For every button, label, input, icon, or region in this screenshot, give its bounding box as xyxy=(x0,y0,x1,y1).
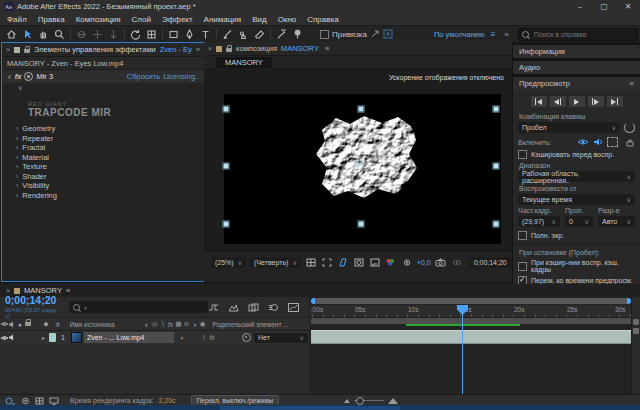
transparency-grid-icon[interactable] xyxy=(337,257,349,268)
rectangle-tool-icon[interactable] xyxy=(166,28,181,41)
effect-header-row[interactable]: ∨ fx Mir 3 Сбросить Licensing.. xyxy=(2,70,204,83)
orbit-camera-tool-icon[interactable] xyxy=(74,28,89,41)
render-speed-snail-icon[interactable] xyxy=(5,397,16,405)
include-export-icon[interactable] xyxy=(625,138,635,147)
type-tool-icon[interactable] xyxy=(198,28,213,41)
parent-select[interactable]: Нет xyxy=(254,333,308,343)
render-settings-icon[interactable] xyxy=(21,397,30,405)
tab-close-icon[interactable]: × xyxy=(208,45,212,52)
menu-view[interactable]: Вид xyxy=(252,15,266,24)
rotate-tool-icon[interactable] xyxy=(128,28,143,41)
panel-menu-icon[interactable]: ≡ xyxy=(325,44,329,53)
roto-brush-tool-icon[interactable] xyxy=(274,28,289,41)
layer-quality-icon[interactable]: ∖ xyxy=(200,334,208,342)
tab-composition-label[interactable]: композиция xyxy=(236,44,277,53)
guides-icon[interactable] xyxy=(369,257,381,268)
dolly-camera-tool-icon[interactable] xyxy=(106,28,121,41)
pan-behind-tool-icon[interactable] xyxy=(144,28,159,41)
clone-stamp-tool-icon[interactable] xyxy=(236,28,251,41)
channel-select-icon[interactable] xyxy=(385,257,397,268)
magnification-select[interactable]: (25%)∨ xyxy=(211,257,246,268)
last-frame-button[interactable] xyxy=(607,96,623,107)
layer-row[interactable]: ▸ 1 Zven - ... Low.mp4 ◖ ∖ fx Нет xyxy=(0,331,309,345)
selection-handle[interactable] xyxy=(358,106,365,113)
layer-duration-bar[interactable] xyxy=(311,330,632,344)
next-frame-button[interactable] xyxy=(588,96,604,107)
tab-effect-controls-label[interactable]: Элементы управления эффектами xyxy=(34,45,156,54)
menu-layer[interactable]: Слой xyxy=(132,15,151,24)
timeline-zoom-slider[interactable] xyxy=(344,398,398,404)
source-name-column[interactable]: Имя источника xyxy=(70,321,115,328)
show-snapshot-icon[interactable] xyxy=(451,257,463,268)
comp-timecode[interactable]: 0;00;14;20 xyxy=(469,257,512,268)
minimize-button[interactable]: – xyxy=(568,0,592,13)
effect-licensing-link[interactable]: Licensing.. xyxy=(163,72,199,81)
layer-audio-icon[interactable] xyxy=(8,334,16,341)
layer-video-icon[interactable] xyxy=(0,335,8,341)
group-visibility[interactable]: ›Visibility xyxy=(2,181,204,191)
breadcrumb[interactable]: MANSORY xyxy=(216,57,272,69)
effect-expander-icon[interactable]: ∨ xyxy=(7,73,12,81)
tab-close-icon[interactable]: × xyxy=(6,287,10,294)
selection-handle[interactable] xyxy=(358,221,365,228)
selection-handle[interactable] xyxy=(493,163,500,170)
selection-handle[interactable] xyxy=(493,106,500,113)
preview-panel-header[interactable]: Предпросмотр ≡ xyxy=(513,77,640,90)
home-tool-icon[interactable] xyxy=(4,28,19,41)
exposure-gear-icon[interactable] xyxy=(401,257,413,268)
resolution-select[interactable]: (Четверть)∨ xyxy=(250,257,301,268)
res-select[interactable]: Авто xyxy=(598,216,635,227)
snap-features-icon[interactable] xyxy=(383,29,393,39)
selection-handle[interactable] xyxy=(493,221,500,228)
layer-expander-icon[interactable]: ▸ xyxy=(42,334,45,341)
menu-effect[interactable]: Эффект xyxy=(162,15,193,24)
help-search-input[interactable] xyxy=(532,30,634,39)
mini-flowchart-icon[interactable] xyxy=(208,303,219,312)
play-button[interactable] xyxy=(569,96,585,107)
include-audio-icon[interactable] xyxy=(593,138,603,146)
fullscreen-checkbox[interactable] xyxy=(518,231,527,240)
composition-frame[interactable] xyxy=(224,94,501,244)
tab-close-icon[interactable]: × xyxy=(6,46,10,53)
mask-visibility-icon[interactable] xyxy=(353,257,365,268)
group-rendering[interactable]: ›Rendering xyxy=(2,191,204,201)
graph-editor-icon[interactable] xyxy=(288,303,299,312)
first-frame-button[interactable] xyxy=(531,96,547,107)
tab-composition-name[interactable]: MANSORY xyxy=(281,44,319,53)
cache-before-checkbox[interactable] xyxy=(518,150,527,159)
layer-label-swatch[interactable] xyxy=(49,333,56,342)
group-geometry[interactable]: ›Geometry xyxy=(2,124,204,134)
workspace-selector[interactable]: По умолчанию xyxy=(434,30,485,39)
time-ruler[interactable]: :00s 05s 10s 15s 20s 25s 30s xyxy=(310,305,632,318)
puppet-pin-tool-icon[interactable] xyxy=(290,28,305,41)
grid-options-icon[interactable] xyxy=(305,257,317,268)
group-texture[interactable]: ›Texture xyxy=(2,162,204,172)
shortcut-select[interactable]: Пробел xyxy=(518,122,620,133)
menu-window[interactable]: Окно xyxy=(278,15,297,24)
snapshot-camera-icon[interactable] xyxy=(435,257,447,268)
menu-file[interactable]: Файл xyxy=(7,15,27,24)
panel-menu-icon[interactable]: ≡ xyxy=(66,286,70,295)
fps-select[interactable]: (29,97) xyxy=(518,216,560,227)
current-timecode[interactable]: 0;00;14;20 xyxy=(5,295,61,306)
group-material[interactable]: ›Material xyxy=(2,153,204,163)
skip-select[interactable]: 0 xyxy=(565,216,593,227)
draft-3d-icon[interactable] xyxy=(228,303,239,312)
play-cached-checkbox[interactable] xyxy=(518,262,527,271)
zoom-out-icon[interactable] xyxy=(344,399,350,403)
motion-blur-icon[interactable] xyxy=(268,303,279,312)
timeline-scroll-strip[interactable] xyxy=(631,297,640,394)
panel-menu-icon[interactable]: ≡ xyxy=(630,79,634,88)
toolbar-overflow[interactable]: » xyxy=(504,30,508,39)
close-button[interactable]: ✕ xyxy=(616,0,640,13)
group-shader[interactable]: ›Shader xyxy=(2,172,204,182)
pen-tool-icon[interactable] xyxy=(182,28,197,41)
selection-handle[interactable] xyxy=(223,221,230,228)
timeline-navigator[interactable] xyxy=(311,298,631,304)
tab-overflow[interactable]: » xyxy=(196,45,200,54)
monitor-icon[interactable] xyxy=(49,397,59,405)
menu-edit[interactable]: Правка xyxy=(38,15,65,24)
proxy-grid-icon[interactable] xyxy=(35,397,44,405)
previous-frame-button[interactable] xyxy=(550,96,566,107)
eraser-tool-icon[interactable] xyxy=(252,28,267,41)
